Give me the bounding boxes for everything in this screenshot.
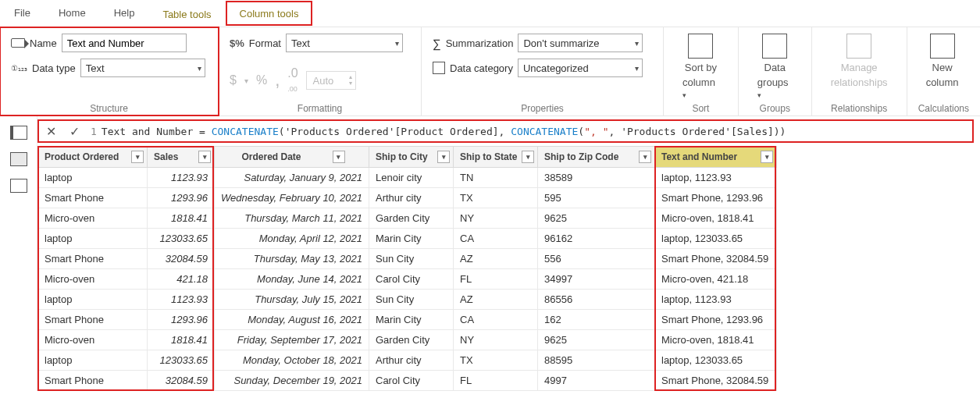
col-header-sales[interactable]: Sales — [154, 151, 178, 162]
filter-dropdown-icon[interactable]: ▾ — [522, 151, 534, 163]
commit-formula-button[interactable]: ✓ — [62, 124, 86, 139]
cell-product[interactable]: Micro-oven — [38, 269, 148, 290]
decrease-decimal-button[interactable]: .0.00 — [287, 66, 298, 94]
col-header-product[interactable]: Product Ordered — [45, 151, 119, 162]
table-row[interactable]: laptop1123.93Saturday, January 9, 2021Le… — [38, 168, 777, 188]
data-groups-button[interactable]: Data groups ▾ — [750, 34, 800, 100]
cell-sales[interactable]: 1818.41 — [148, 208, 215, 229]
cell-state[interactable]: NY — [454, 208, 538, 229]
cell-date[interactable]: Friday, September 17, 2021 — [215, 330, 369, 350]
cell-sales[interactable]: 32084.59 — [148, 249, 215, 269]
cell-date[interactable]: Monday, August 16, 2021 — [215, 310, 369, 330]
filter-dropdown-icon[interactable]: ▾ — [437, 151, 450, 163]
cell-text[interactable]: Smart Phone, 1293.96 — [655, 310, 777, 330]
cell-sales[interactable]: 1818.41 — [148, 330, 215, 350]
table-row[interactable]: Micro-oven1818.41Thursday, March 11, 202… — [38, 208, 777, 229]
cell-sales[interactable]: 1293.96 — [148, 310, 215, 330]
cell-city[interactable]: Carol City — [369, 371, 454, 391]
tab-file[interactable]: File — [0, 0, 45, 27]
cell-city[interactable]: Arthur city — [369, 188, 454, 208]
cell-text[interactable]: laptop, 1123.93 — [655, 168, 777, 188]
col-header-text[interactable]: Text and Number — [661, 151, 737, 162]
cell-text[interactable]: Smart Phone, 32084.59 — [655, 249, 777, 269]
cell-product[interactable]: laptop — [38, 229, 148, 249]
cell-text[interactable]: Smart Phone, 1293.96 — [655, 188, 777, 208]
cell-date[interactable]: Thursday, May 13, 2021 — [215, 249, 369, 269]
tab-home[interactable]: Home — [45, 0, 100, 27]
data-view-icon[interactable] — [10, 152, 27, 166]
category-select[interactable]: Uncategorized ▾ — [518, 59, 643, 77]
new-column-button[interactable]: New column — [918, 34, 967, 88]
cell-sales[interactable]: 1293.96 — [148, 188, 215, 208]
cell-state[interactable]: TN — [454, 168, 538, 188]
cell-product[interactable]: laptop — [38, 350, 148, 371]
cell-text[interactable]: laptop, 123033.65 — [655, 350, 777, 371]
cell-date[interactable]: Monday, October 18, 2021 — [215, 350, 369, 371]
filter-dropdown-icon[interactable]: ▾ — [131, 151, 144, 163]
table-row[interactable]: Smart Phone32084.59Sunday, December 19, … — [38, 371, 777, 391]
cell-product[interactable]: laptop — [38, 168, 148, 188]
cell-product[interactable]: Micro-oven — [38, 330, 148, 350]
cell-text[interactable]: laptop, 123033.65 — [655, 229, 777, 249]
decimal-places-spinner[interactable]: Auto ▴▾ — [306, 71, 357, 90]
cell-state[interactable]: NY — [454, 330, 538, 350]
cell-state[interactable]: TX — [454, 350, 538, 371]
cell-zip[interactable]: 4997 — [538, 371, 655, 391]
tab-column-tools[interactable]: Column tools — [226, 1, 313, 26]
cell-zip[interactable]: 96162 — [538, 229, 655, 249]
sort-by-column-button[interactable]: Sort by column ▾ — [675, 34, 727, 100]
cell-text[interactable]: Micro-oven, 1818.41 — [655, 330, 777, 350]
cell-date[interactable]: Thursday, March 11, 2021 — [215, 208, 369, 229]
report-view-icon[interactable] — [10, 126, 27, 140]
cell-date[interactable]: Monday, June 14, 2021 — [215, 269, 369, 290]
cell-city[interactable]: Arthur city — [369, 350, 454, 371]
cell-sales[interactable]: 123033.65 — [148, 350, 215, 371]
cell-sales[interactable]: 421.18 — [148, 269, 215, 290]
cell-zip[interactable]: 88595 — [538, 350, 655, 371]
cell-zip[interactable]: 34997 — [538, 269, 655, 290]
comma-button[interactable]: , — [275, 70, 280, 91]
summarization-select[interactable]: Don't summarize ▾ — [518, 34, 643, 52]
table-row[interactable]: Smart Phone1293.96Wednesday, February 10… — [38, 188, 777, 208]
model-view-icon[interactable] — [10, 179, 27, 193]
formula-input[interactable]: Text and Number = CONCATENATE('Products … — [102, 126, 972, 137]
currency-button[interactable]: $ — [230, 73, 237, 87]
cell-date[interactable]: Wednesday, February 10, 2021 — [215, 188, 369, 208]
cell-city[interactable]: Garden City — [369, 208, 454, 229]
cell-product[interactable]: Smart Phone — [38, 310, 148, 330]
cell-city[interactable]: Garden City — [369, 330, 454, 350]
col-header-state[interactable]: Ship to State — [460, 151, 517, 162]
cell-city[interactable]: Marin City — [369, 229, 454, 249]
table-row[interactable]: laptop1123.93Thursday, July 15, 2021Sun … — [38, 290, 777, 310]
cell-date[interactable]: Monday, April 12, 2021 — [215, 229, 369, 249]
cell-state[interactable]: FL — [454, 269, 538, 290]
cell-state[interactable]: AZ — [454, 249, 538, 269]
cell-state[interactable]: FL — [454, 371, 538, 391]
tab-help[interactable]: Help — [100, 0, 149, 27]
tab-table-tools[interactable]: Table tools — [148, 0, 225, 27]
cell-zip[interactable]: 86556 — [538, 290, 655, 310]
col-header-zip[interactable]: Ship to Zip Code — [544, 151, 618, 162]
cell-state[interactable]: CA — [454, 229, 538, 249]
table-row[interactable]: laptop123033.65Monday, April 12, 2021Mar… — [38, 229, 777, 249]
table-row[interactable]: Smart Phone1293.96Monday, August 16, 202… — [38, 310, 777, 330]
col-header-city[interactable]: Ship to City — [376, 151, 428, 162]
filter-dropdown-icon[interactable]: ▾ — [198, 151, 211, 163]
cell-zip[interactable]: 38589 — [538, 168, 655, 188]
cell-product[interactable]: Smart Phone — [38, 188, 148, 208]
format-select[interactable]: Text ▾ — [286, 34, 403, 52]
cell-zip[interactable]: 9625 — [538, 208, 655, 229]
cancel-formula-button[interactable]: ✕ — [39, 124, 62, 139]
cell-sales[interactable]: 1123.93 — [148, 168, 215, 188]
cell-product[interactable]: laptop — [38, 290, 148, 310]
cell-text[interactable]: Smart Phone, 32084.59 — [655, 371, 777, 391]
cell-sales[interactable]: 123033.65 — [148, 229, 215, 249]
cell-text[interactable]: laptop, 1123.93 — [655, 290, 777, 310]
cell-city[interactable]: Lenoir city — [369, 168, 454, 188]
name-input[interactable] — [62, 34, 187, 52]
cell-state[interactable]: TX — [454, 188, 538, 208]
cell-zip[interactable]: 9625 — [538, 330, 655, 350]
chevron-down-icon[interactable]: ▾ — [349, 80, 352, 87]
percent-button[interactable]: % — [256, 73, 267, 87]
cell-date[interactable]: Thursday, July 15, 2021 — [215, 290, 369, 310]
